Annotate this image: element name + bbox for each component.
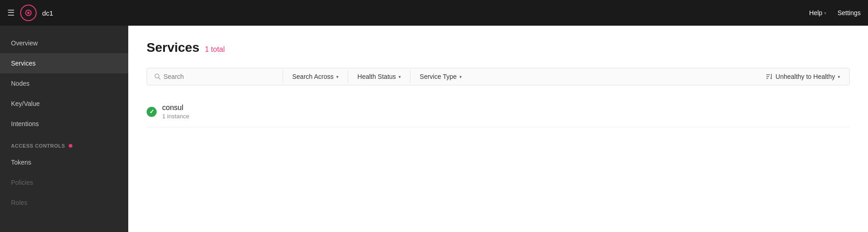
service-name: consul bbox=[162, 104, 189, 112]
top-navigation: ☰ dc1 Help ▾ Settings bbox=[0, 0, 868, 26]
sidebar-item-label: Tokens bbox=[11, 159, 31, 166]
sidebar-item-label: Policies bbox=[11, 179, 33, 186]
page-title: Services bbox=[147, 40, 199, 55]
sidebar-item-keyvalue[interactable]: Key/Value bbox=[0, 94, 128, 114]
sidebar-item-overview[interactable]: Overview bbox=[0, 33, 128, 53]
filter-bar: Search Across ▾ Health Status ▾ Service … bbox=[147, 68, 850, 85]
health-status-chevron-icon: ▾ bbox=[399, 74, 401, 79]
search-icon bbox=[154, 73, 161, 80]
sidebar-item-label: Key/Value bbox=[11, 100, 40, 107]
sidebar-item-roles[interactable]: Roles bbox=[0, 193, 128, 213]
main-layout: Overview Services Nodes Key/Value Intent… bbox=[0, 26, 868, 232]
filter-divider-1 bbox=[283, 70, 283, 83]
health-status-button[interactable]: Health Status ▾ bbox=[352, 70, 406, 83]
help-button[interactable]: Help ▾ bbox=[809, 9, 827, 17]
access-controls-section: Access Controls bbox=[0, 134, 128, 152]
svg-line-1 bbox=[158, 77, 160, 79]
search-wrapper bbox=[151, 70, 279, 83]
sidebar-item-nodes[interactable]: Nodes bbox=[0, 73, 128, 94]
sort-icon bbox=[765, 73, 773, 80]
sort-button[interactable]: Unhealthy to Healthy ▾ bbox=[760, 70, 846, 83]
service-type-chevron-icon: ▾ bbox=[459, 74, 462, 79]
settings-button[interactable]: Settings bbox=[837, 9, 861, 17]
search-across-chevron-icon: ▾ bbox=[336, 74, 338, 79]
menu-icon[interactable]: ☰ bbox=[7, 8, 15, 18]
main-content: Services 1 total Search Across ▾ Health … bbox=[128, 26, 868, 232]
search-input[interactable] bbox=[164, 73, 255, 80]
sidebar-item-label: Overview bbox=[11, 39, 38, 47]
sidebar: Overview Services Nodes Key/Value Intent… bbox=[0, 26, 128, 232]
sort-chevron-icon: ▾ bbox=[838, 74, 840, 79]
services-list: ✓ consul 1 instance bbox=[147, 96, 850, 127]
service-info: consul 1 instance bbox=[162, 104, 189, 120]
sidebar-item-label: Roles bbox=[11, 199, 27, 206]
topnav-right: Help ▾ Settings bbox=[809, 9, 861, 17]
table-row[interactable]: ✓ consul 1 instance bbox=[147, 96, 850, 127]
service-instances: 1 instance bbox=[162, 113, 189, 120]
filter-divider-3 bbox=[410, 70, 410, 83]
page-header: Services 1 total bbox=[147, 40, 850, 55]
service-health-icon: ✓ bbox=[147, 107, 157, 117]
access-controls-alert-dot bbox=[69, 144, 72, 148]
sidebar-item-intentions[interactable]: Intentions bbox=[0, 114, 128, 134]
topnav-left: ☰ dc1 bbox=[7, 5, 53, 21]
help-chevron-icon: ▾ bbox=[824, 11, 826, 16]
sidebar-item-label: Services bbox=[11, 60, 36, 67]
service-type-button[interactable]: Service Type ▾ bbox=[414, 70, 467, 83]
sidebar-item-services[interactable]: Services bbox=[0, 53, 128, 73]
filter-divider-2 bbox=[348, 70, 348, 83]
sidebar-item-policies[interactable]: Policies bbox=[0, 172, 128, 193]
sidebar-item-label: Nodes bbox=[11, 80, 29, 87]
sidebar-item-tokens[interactable]: Tokens bbox=[0, 152, 128, 172]
sidebar-item-label: Intentions bbox=[11, 120, 39, 127]
page-count: 1 total bbox=[205, 45, 225, 54]
search-across-button[interactable]: Search Across ▾ bbox=[287, 70, 344, 83]
datacenter-label: dc1 bbox=[42, 9, 53, 17]
logo-icon bbox=[20, 5, 37, 21]
